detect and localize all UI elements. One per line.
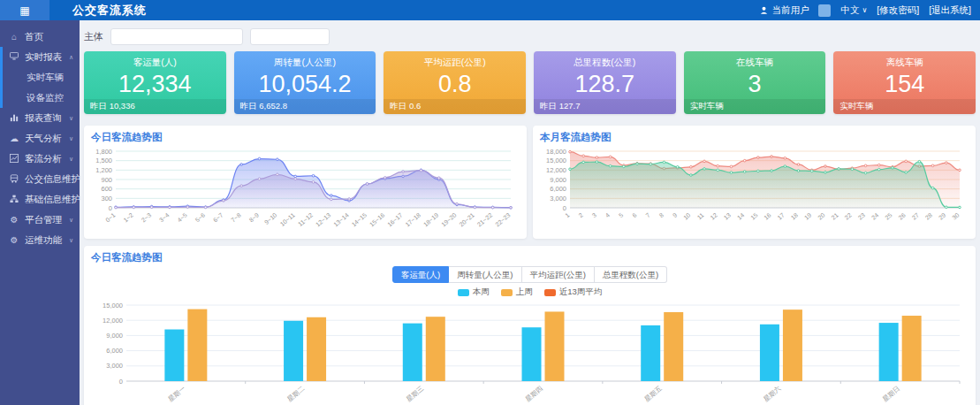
svg-text:0: 0	[109, 204, 112, 212]
svg-text:18,000: 18,000	[546, 148, 566, 156]
secondary-input[interactable]	[250, 28, 330, 45]
chevron-down-icon: ∨	[69, 237, 80, 244]
svg-text:15,000: 15,000	[546, 157, 566, 164]
current-user[interactable]: 当前用户	[760, 4, 809, 17]
weekly-compare-bar-chart[interactable]: 03,0006,0009,00012,00015,000星期一星期二星期三星期四…	[91, 300, 969, 402]
sidebar-item-realtime-reports[interactable]: 实时报表 ∧	[3, 47, 80, 67]
svg-text:星期六: 星期六	[762, 385, 782, 403]
svg-text:20: 20	[817, 211, 826, 220]
chart-title: 本月客流趋势图	[540, 131, 969, 144]
sidebar-item-report-query[interactable]: 报表查询 ∨	[0, 108, 80, 128]
svg-text:18~19: 18~19	[422, 211, 440, 227]
line-chart-icon	[9, 154, 19, 164]
svg-text:9,000: 9,000	[106, 332, 123, 340]
kpi-card-online-vehicles: 在线车辆 3 实时车辆	[684, 51, 826, 114]
svg-text:1,200: 1,200	[95, 166, 112, 174]
sidebar-item-flow-analysis[interactable]: 客流分析 ∨	[0, 149, 80, 169]
main-content: 主体 客运量(人) 12,334 昨日 10,336 周转量(人公里) 10,0…	[80, 20, 980, 405]
svg-text:14~15: 14~15	[351, 211, 368, 227]
svg-text:20~21: 20~21	[458, 211, 475, 227]
svg-text:12: 12	[709, 211, 718, 220]
sidebar-item-bus-info-maintenance[interactable]: 公交信息维护 ∨	[0, 169, 80, 189]
sidebar-item-home[interactable]: ⌂ 首页	[0, 27, 80, 47]
svg-text:4~5: 4~5	[176, 211, 188, 223]
logout-link[interactable]: [退出系统]	[929, 4, 971, 17]
svg-text:15~16: 15~16	[368, 211, 386, 227]
svg-text:8: 8	[658, 211, 665, 218]
svg-text:0~1: 0~1	[104, 211, 117, 223]
svg-text:21~22: 21~22	[476, 211, 494, 227]
change-password-link[interactable]: [修改密码]	[877, 4, 919, 17]
svg-text:3,000: 3,000	[106, 363, 123, 371]
metric-button-turnover[interactable]: 周转量(人公里)	[449, 266, 521, 283]
svg-text:2: 2	[577, 211, 584, 218]
svg-text:12,000: 12,000	[546, 166, 566, 174]
svg-text:22~23: 22~23	[494, 211, 512, 227]
svg-text:16: 16	[763, 211, 772, 220]
charts-row: 今日客流趋势图 03006009001,2001,5001,8000~11~22…	[84, 126, 976, 239]
svg-text:星期五: 星期五	[642, 385, 663, 403]
kpi-cards: 客运量(人) 12,334 昨日 10,336 周转量(人公里) 10,054.…	[84, 51, 976, 114]
svg-text:900: 900	[101, 176, 112, 184]
svg-text:4: 4	[604, 211, 612, 218]
svg-text:22: 22	[844, 211, 854, 220]
chart-legend: 本周 上周 近13周平均	[91, 287, 969, 298]
svg-text:5: 5	[618, 211, 625, 218]
legend-item-last-week[interactable]: 上周	[501, 287, 533, 298]
sidebar-item-platform-management[interactable]: ⚙ 平台管理 ∨	[0, 210, 80, 230]
svg-text:9: 9	[672, 211, 679, 218]
kpi-card-total-mileage: 总里程数(公里) 128.7 昨日 127.7	[534, 51, 676, 114]
svg-text:12,000: 12,000	[103, 317, 123, 325]
sitemap-icon	[9, 195, 19, 205]
svg-text:7~8: 7~8	[230, 211, 242, 223]
svg-text:600: 600	[101, 185, 112, 193]
sidebar: ⌂ 首页 实时报表 ∧ 实时车辆 设备监控	[0, 20, 80, 405]
chevron-down-icon: ∨	[69, 135, 80, 142]
sidebar-item-realtime-vehicles[interactable]: 实时车辆	[3, 67, 80, 88]
metric-button-total-mileage[interactable]: 总里程数(公里)	[595, 266, 667, 283]
monitor-icon	[9, 52, 19, 62]
menu-toggle-button[interactable]: ▦	[0, 0, 49, 20]
grid-menu-icon: ▦	[19, 4, 29, 17]
bar-chart-icon	[9, 113, 19, 124]
kpi-card-passenger-volume: 客运量(人) 12,334 昨日 10,336	[84, 51, 226, 114]
language-selector[interactable]: 中文 ∨	[840, 4, 867, 17]
sidebar-item-base-info-maintenance[interactable]: 基础信息维护 ∨	[0, 189, 80, 210]
weekly-compare-chart-card: 今日客流趋势图 客运量(人) 周转量(人公里) 平均运距(公里) 总里程数(公里…	[84, 246, 976, 405]
subject-input[interactable]	[110, 28, 243, 45]
sidebar-item-device-monitor[interactable]: 设备监控	[3, 88, 80, 108]
svg-text:16~17: 16~17	[386, 211, 404, 227]
home-icon: ⌂	[9, 32, 19, 42]
kpi-card-turnover: 周转量(人公里) 10,054.2 昨日 6,652.8	[234, 51, 376, 114]
svg-text:8~9: 8~9	[248, 211, 261, 223]
sidebar-group-realtime: 实时报表 ∧ 实时车辆 设备监控	[0, 47, 80, 108]
metric-button-passenger-volume[interactable]: 客运量(人)	[392, 266, 449, 283]
header-actions: 当前用户 中文 ∨ [修改密码] [退出系统]	[760, 4, 980, 17]
metric-button-avg-distance[interactable]: 平均运距(公里)	[522, 266, 595, 283]
body: ⌂ 首页 实时报表 ∧ 实时车辆 设备监控	[0, 20, 980, 405]
svg-text:300: 300	[101, 195, 112, 202]
svg-text:11: 11	[696, 211, 705, 220]
svg-text:26: 26	[897, 211, 907, 220]
legend-item-13wk-average[interactable]: 近13周平均	[544, 287, 603, 298]
gear-icon: ⚙	[9, 215, 19, 225]
kpi-card-avg-distance: 平均运距(公里) 0.8 昨日 0.6	[384, 51, 526, 114]
sidebar-item-ops-functions[interactable]: ⚙ 运维功能 ∨	[0, 230, 80, 250]
legend-item-this-week[interactable]: 本周	[458, 287, 490, 298]
sidebar-item-weather-analysis[interactable]: ☁ 天气分析 ∨	[0, 128, 80, 149]
month-flow-line-chart[interactable]: 03,0006,0009,00012,00015,00018,000123456…	[540, 146, 969, 232]
svg-text:10: 10	[682, 211, 692, 220]
svg-text:1: 1	[564, 211, 571, 218]
avatar[interactable]	[818, 4, 831, 17]
legend-swatch	[501, 289, 513, 296]
metric-button-group: 客运量(人) 周转量(人公里) 平均运距(公里) 总里程数(公里)	[91, 266, 969, 283]
chart-title: 今日客流趋势图	[91, 131, 520, 144]
svg-text:25: 25	[884, 211, 893, 220]
svg-text:6,000: 6,000	[106, 347, 123, 355]
svg-text:9,000: 9,000	[550, 176, 566, 184]
svg-text:星期三: 星期三	[405, 385, 425, 403]
today-flow-line-chart[interactable]: 03006009001,2001,5001,8000~11~22~33~44~5…	[91, 146, 520, 232]
svg-text:11~12: 11~12	[297, 211, 314, 227]
month-flow-chart-card: 本月客流趋势图 03,0006,0009,00012,00015,00018,0…	[533, 126, 976, 239]
svg-text:28: 28	[924, 211, 934, 220]
